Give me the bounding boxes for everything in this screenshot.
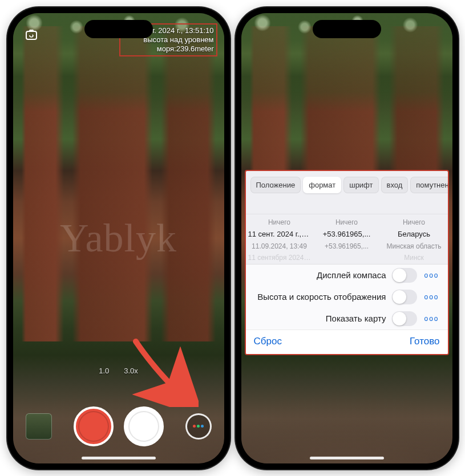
tab-format[interactable]: формат (303, 177, 341, 193)
dynamic-island (313, 20, 381, 38)
shutter-group (74, 406, 164, 446)
screen-right: Положение формат шрифт вход помутнение Н… (241, 13, 452, 463)
home-indicator[interactable] (310, 457, 384, 459)
tab-input[interactable]: вход (381, 177, 409, 193)
toggle-altitude-options[interactable]: ооо (423, 293, 441, 301)
settings-tabs: Положение формат шрифт вход помутнение (246, 171, 448, 198)
toggle-list: Дисплей компаса ооо Высота и скорость от… (246, 264, 448, 329)
toggle-compass-switch[interactable] (392, 268, 417, 283)
toggle-map-label: Показать карту (253, 314, 386, 323)
format-picker[interactable]: Ничего 11 сент. 2024 г., 13:49:44 11.09.… (246, 214, 448, 264)
dot-blue (201, 425, 204, 428)
phone-left: Yablyk 11 сент. 2024 г., 13:51:10 высота… (7, 7, 230, 469)
toggle-compass: Дисплей компаса ооо (246, 265, 448, 286)
reset-button[interactable]: Сброс (254, 336, 282, 347)
toggle-compass-options[interactable]: ооо (423, 271, 441, 279)
format-settings-panel: Положение формат шрифт вход помутнение Н… (245, 170, 449, 355)
gallery-thumbnail[interactable] (26, 413, 52, 440)
toggle-altitude-label: Высота и скорость отображения (253, 292, 386, 302)
tab-blur[interactable]: помутнение (410, 177, 448, 193)
toggle-altitude-switch[interactable] (392, 290, 417, 304)
toggle-altitude-speed: Высота и скорость отображения ооо (246, 286, 448, 308)
toggle-map-options[interactable]: ооо (423, 315, 441, 323)
toggle-show-map: Показать карту ооо (246, 308, 448, 329)
camera-bottom-bar (13, 406, 224, 446)
camera-switch-button[interactable] (23, 27, 39, 43)
toggle-map-switch[interactable] (392, 311, 417, 326)
panel-footer: Сброс Готово (246, 329, 448, 354)
picker-col-date[interactable]: Ничего 11 сент. 2024 г., 13:49:44 11.09.… (246, 217, 313, 264)
overlay-settings-button[interactable] (185, 413, 212, 440)
dynamic-island (84, 20, 153, 38)
home-indicator[interactable] (82, 457, 156, 459)
phone-right: Положение формат шрифт вход помутнение Н… (236, 7, 458, 469)
annotation-arrow (124, 333, 199, 409)
svg-rect-0 (26, 31, 37, 39)
dot-red (193, 425, 196, 428)
picker-col-coords[interactable]: Ничего +53.961965,... +53.961965,... (313, 217, 381, 264)
done-button[interactable]: Готово (410, 336, 440, 347)
screen-left: Yablyk 11 сент. 2024 г., 13:51:10 высота… (13, 13, 224, 463)
shutter-button[interactable] (124, 406, 164, 446)
record-button[interactable] (74, 406, 114, 446)
camera-switch-icon (25, 28, 38, 42)
toggle-compass-label: Дисплей компаса (253, 270, 386, 280)
zoom-1x[interactable]: 1.0 (99, 367, 109, 375)
picker-col-location[interactable]: Ничего Беларусь Минская область Минск (381, 217, 448, 264)
dot-green (197, 425, 200, 428)
tab-font[interactable]: шрифт (343, 177, 378, 193)
overlay-altitude-value: моря:239.6meter (123, 44, 214, 54)
tab-position[interactable]: Положение (250, 177, 301, 193)
